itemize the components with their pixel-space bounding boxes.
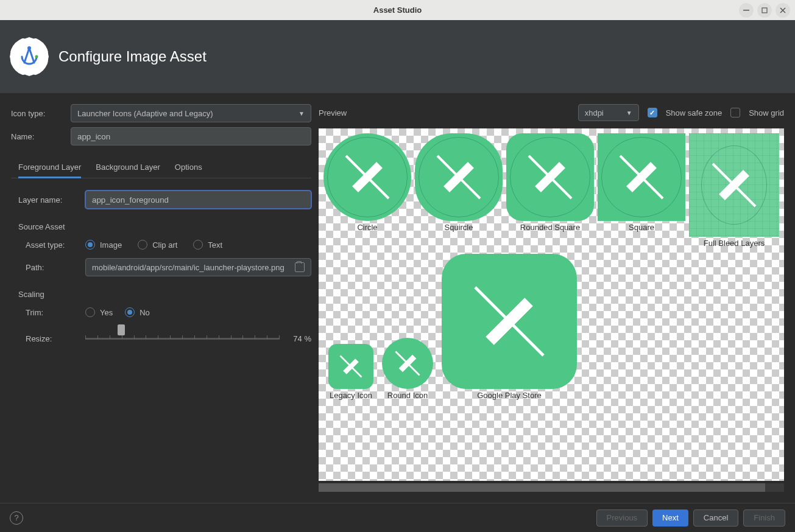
name-input[interactable] bbox=[71, 127, 311, 145]
asset-type-text-radio[interactable] bbox=[193, 240, 203, 250]
name-label: Name: bbox=[11, 132, 63, 141]
trim-label: Trim: bbox=[26, 308, 78, 317]
dialog-header: Configure Image Asset bbox=[0, 20, 795, 93]
path-input[interactable]: mobile/android/app/src/main/ic_launcher-… bbox=[85, 258, 311, 276]
close-button[interactable] bbox=[776, 3, 790, 18]
svg-rect-1 bbox=[762, 8, 767, 13]
horizontal-scrollbar[interactable] bbox=[319, 483, 784, 492]
show-grid-label[interactable]: Show grid bbox=[749, 108, 784, 117]
resize-value: 74 % bbox=[287, 334, 311, 343]
minimize-button[interactable] bbox=[739, 3, 754, 18]
next-button[interactable]: Next bbox=[652, 509, 688, 527]
icon-type-select[interactable]: Launcher Icons (Adaptive and Legacy) ▼ bbox=[71, 104, 311, 122]
asset-type-clipart-radio[interactable] bbox=[138, 240, 147, 250]
layer-name-input[interactable] bbox=[85, 191, 311, 209]
chevron-down-icon: ▼ bbox=[626, 110, 632, 116]
cancel-button[interactable]: Cancel bbox=[693, 509, 738, 527]
page-title: Configure Image Asset bbox=[58, 48, 207, 65]
asset-type-label: Asset type: bbox=[26, 240, 78, 250]
titlebar: Asset Studio bbox=[0, 0, 795, 20]
tab-foreground[interactable]: Foreground Layer bbox=[18, 156, 81, 178]
icon-type-value: Launcher Icons (Adaptive and Legacy) bbox=[77, 109, 213, 118]
android-studio-icon bbox=[12, 40, 46, 74]
path-value: mobile/android/app/src/main/ic_launcher-… bbox=[92, 263, 284, 272]
previous-button[interactable]: Previous bbox=[596, 509, 648, 527]
help-button[interactable]: ? bbox=[10, 511, 23, 525]
safe-zone-label[interactable]: Show safe zone bbox=[666, 108, 723, 117]
tab-background[interactable]: Background Layer bbox=[96, 156, 160, 178]
window-title: Asset Studio bbox=[373, 5, 422, 15]
svg-point-3 bbox=[35, 55, 38, 58]
source-asset-title: Source Asset bbox=[11, 222, 311, 231]
trim-yes-radio[interactable] bbox=[85, 307, 95, 317]
layer-name-label: Layer name: bbox=[18, 195, 78, 205]
asset-type-clipart-label[interactable]: Clip art bbox=[152, 240, 177, 250]
svg-rect-0 bbox=[743, 10, 749, 11]
chevron-down-icon: ▼ bbox=[299, 110, 305, 117]
asset-type-image-radio[interactable] bbox=[85, 240, 95, 250]
tabs: Foreground Layer Background Layer Option… bbox=[11, 156, 311, 178]
folder-icon[interactable] bbox=[295, 262, 305, 272]
preview-legacy: Legacy Icon bbox=[328, 344, 373, 400]
svg-point-2 bbox=[27, 46, 31, 50]
asset-type-image-label[interactable]: Image bbox=[100, 240, 122, 250]
slider-thumb[interactable] bbox=[118, 324, 125, 335]
preview-round: Round Icon bbox=[382, 338, 433, 400]
trim-yes-label[interactable]: Yes bbox=[100, 308, 113, 317]
preview-area: Circle Squircle Rounded Square Square Fu… bbox=[319, 128, 784, 481]
icon-type-label: Icon type: bbox=[11, 109, 63, 118]
scaling-title: Scaling bbox=[11, 290, 311, 299]
preview-square: Square bbox=[598, 133, 685, 248]
finish-button[interactable]: Finish bbox=[743, 509, 785, 527]
preview-rounded: Rounded Square bbox=[506, 133, 594, 248]
density-select[interactable]: xhdpi ▼ bbox=[578, 104, 639, 121]
trim-no-label[interactable]: No bbox=[140, 308, 150, 317]
preview-full-bleed: Full Bleed Layers bbox=[689, 133, 779, 248]
preview-label: Preview bbox=[319, 108, 570, 117]
safe-zone-checkbox[interactable] bbox=[648, 108, 657, 117]
asset-type-text-label[interactable]: Text bbox=[208, 240, 222, 250]
footer: ? Previous Next Cancel Finish bbox=[0, 503, 795, 532]
trim-no-radio[interactable] bbox=[125, 307, 135, 317]
path-label: Path: bbox=[26, 263, 78, 272]
resize-label: Resize: bbox=[26, 334, 78, 343]
tab-options[interactable]: Options bbox=[175, 156, 202, 178]
show-grid-checkbox[interactable] bbox=[730, 108, 740, 117]
preview-circle: Circle bbox=[323, 133, 411, 248]
density-value: xhdpi bbox=[585, 108, 604, 117]
resize-slider[interactable] bbox=[85, 329, 280, 348]
preview-playstore: Google Play Store bbox=[442, 254, 577, 400]
preview-squircle: Squircle bbox=[415, 133, 503, 248]
maximize-button[interactable] bbox=[757, 3, 772, 18]
